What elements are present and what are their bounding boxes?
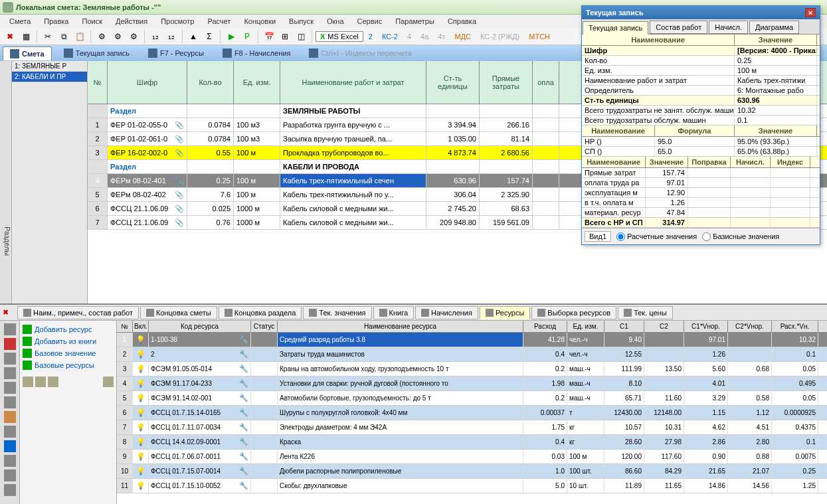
- bottom-tab[interactable]: Тек. значения: [303, 306, 371, 319]
- nav-item[interactable]: 1: ЗЕМЛЯНЫЕ Р: [12, 61, 87, 72]
- bottom-tab[interactable]: Тек. цены: [618, 306, 672, 319]
- tab-f7[interactable]: F7 - Ресурсы: [141, 46, 211, 60]
- resource-row[interactable]: 1💡1-100-38🔧Средний разряд работы 3.841.2…: [117, 333, 827, 347]
- menu-Выпуск[interactable]: Выпуск: [284, 16, 319, 27]
- tab-sheet[interactable]: Смета: [3, 46, 52, 60]
- prop-row[interactable]: Шифр[Версия: 4000 - Приказ № 1039. ФЕРм …: [582, 46, 820, 56]
- bottom-tab[interactable]: Концовка сметы: [140, 306, 217, 319]
- prop-row[interactable]: Всего трудозатраты обслуж. машин0.1: [582, 116, 820, 126]
- side-icon-12[interactable]: [4, 484, 16, 496]
- delete-icon[interactable]: ✖: [3, 29, 17, 44]
- menu-Сервис[interactable]: Сервис: [352, 16, 388, 27]
- grid-header-cell[interactable]: Кол-во: [187, 61, 234, 104]
- resource-row[interactable]: 2💡2🔧Затраты труда машинистов0.4чел.-ч12.…: [117, 347, 827, 362]
- res-header-cell[interactable]: С1*Vнор.: [684, 321, 728, 332]
- side-icon-1[interactable]: [4, 323, 16, 335]
- mini-icon[interactable]: [103, 377, 114, 387]
- res-header-cell[interactable]: Вкл.: [133, 321, 149, 332]
- grid-header-cell[interactable]: №: [88, 61, 108, 104]
- prop-row[interactable]: Наименование работ и затратКабель трех-п…: [582, 76, 820, 86]
- form-icon[interactable]: ▦: [19, 29, 33, 44]
- num1-icon[interactable]: ₁₂: [148, 29, 163, 44]
- side-icon-8[interactable]: [4, 426, 16, 438]
- grid-header-cell[interactable]: Прямые затраты: [480, 61, 533, 104]
- run-icon[interactable]: ▶: [224, 29, 238, 44]
- side-icon-5[interactable]: [4, 382, 16, 394]
- resource-row[interactable]: 5💡ФСЭМ 91.14.02-001🔧Автомобили бортовые,…: [117, 391, 827, 406]
- mini-icon[interactable]: [48, 377, 58, 387]
- panel-tab[interactable]: Диаграмма: [749, 21, 799, 34]
- resource-row[interactable]: 9💡ФССЦ 01.7.06.07-0011🔧Лента К2260.03100…: [117, 450, 827, 464]
- menu-Поиск[interactable]: Поиск: [76, 16, 107, 27]
- menu-Действия[interactable]: Действия: [110, 16, 153, 27]
- bottom-tab[interactable]: Начисления: [415, 306, 478, 319]
- tool3-icon[interactable]: ⚙: [126, 29, 141, 44]
- action-link[interactable]: Базовое значение: [23, 347, 114, 359]
- tab-f8[interactable]: F8 - Начисления: [216, 46, 298, 60]
- detail-row[interactable]: оплата труда ра97.01: [582, 178, 820, 188]
- prop-row[interactable]: Кол-во0.25: [582, 56, 820, 66]
- res-header-cell[interactable]: Расход: [523, 321, 567, 332]
- grid-header-cell[interactable]: Ст-ть единицы: [426, 61, 480, 104]
- export-2[interactable]: 2: [365, 31, 377, 42]
- resource-row[interactable]: 10💡ФССЦ 01.7.15.07-0014🔧Дюбели распорные…: [117, 464, 827, 479]
- menu-Концовки[interactable]: Концовки: [238, 16, 281, 27]
- resource-row[interactable]: 4💡ФСЭМ 91.17.04-233🔧Установки для сварки…: [117, 377, 827, 391]
- bottom-tab[interactable]: Книга: [373, 306, 414, 319]
- tool1-icon[interactable]: ⚙: [94, 29, 109, 44]
- prop-row[interactable]: Определитель6: Монтажные рабо: [582, 86, 820, 96]
- grid-header-cell[interactable]: опла: [533, 61, 559, 104]
- p-icon[interactable]: P: [240, 29, 254, 44]
- prop-row[interactable]: Всего трудозатраты не занят. обслуж. маш…: [582, 106, 820, 116]
- resource-row[interactable]: 11💡ФССЦ 01.7.15.10-0052🔧Скобы: двухлапко…: [117, 479, 827, 493]
- export-kc2[interactable]: КС-2: [378, 31, 402, 42]
- menu-Параметры[interactable]: Параметры: [390, 16, 440, 27]
- paste-icon[interactable]: 📋: [72, 29, 87, 44]
- calc2-icon[interactable]: Σ: [202, 29, 217, 44]
- detail-row[interactable]: эксплуатация м12.90: [582, 188, 820, 198]
- action-link[interactable]: Добавить из книги: [23, 335, 114, 347]
- num2-icon[interactable]: ₁₂: [164, 29, 179, 44]
- res-header-cell[interactable]: №: [117, 321, 133, 332]
- resource-row[interactable]: 8💡ФССЦ 14.4.02.09-0001🔧Краска0.4кг28.602…: [117, 435, 827, 450]
- res-header-cell[interactable]: С1: [604, 321, 644, 332]
- res-header-cell[interactable]: Ед. изм.: [567, 321, 604, 332]
- menu-Расчет[interactable]: Расчет: [202, 16, 236, 27]
- detail-row[interactable]: в т.ч. оплата м1.26: [582, 198, 820, 208]
- bottom-tab[interactable]: Ресурсы: [480, 306, 530, 319]
- menu-Смета[interactable]: Смета: [4, 16, 36, 27]
- side-icon-7[interactable]: [4, 411, 16, 423]
- base-values-radio[interactable]: Базисные значения: [702, 232, 779, 241]
- prop-row[interactable]: Ед. изм.100 м: [582, 66, 820, 76]
- grid-header-cell[interactable]: Ед. изм.: [234, 61, 280, 104]
- side-icon-2[interactable]: [4, 338, 16, 350]
- side-icon-4[interactable]: [4, 367, 16, 379]
- nav-item[interactable]: 2: КАБЕЛИ И ПР: [12, 72, 87, 82]
- view-label[interactable]: Вид1: [585, 231, 611, 242]
- panel-tab[interactable]: Состав работ: [650, 21, 707, 34]
- detail-row[interactable]: материал. ресур47.84: [582, 208, 820, 218]
- panel-tab[interactable]: Текущая запись: [583, 21, 648, 35]
- res-header-cell[interactable]: Наименование ресурса: [278, 321, 523, 332]
- calc-values-radio[interactable]: Расчетные значения: [616, 232, 697, 241]
- chart-icon[interactable]: ◫: [294, 29, 308, 44]
- grid-header-cell[interactable]: Шифр: [108, 61, 187, 104]
- menu-Справка[interactable]: Справка: [442, 16, 482, 27]
- date-icon[interactable]: 📅: [262, 29, 276, 44]
- prop-row[interactable]: Ст-ть единицы630.96: [582, 96, 820, 106]
- side-icon-9[interactable]: [4, 440, 16, 452]
- close-bottom-icon[interactable]: ✖: [3, 308, 16, 317]
- menu-Окна[interactable]: Окна: [322, 16, 349, 27]
- action-link[interactable]: Добавить ресурс: [23, 323, 114, 335]
- res-header-cell[interactable]: С2: [644, 321, 684, 332]
- resource-row[interactable]: 7💡ФССЦ 01.7.11.07-0034🔧Электроды диаметр…: [117, 420, 827, 435]
- cut-icon[interactable]: ✂: [41, 29, 55, 44]
- res-header-cell[interactable]: Статус: [251, 321, 278, 332]
- side-icon-10[interactable]: [4, 455, 16, 467]
- res-header-cell[interactable]: Код ресурса: [149, 321, 251, 332]
- export-mtsn[interactable]: МТСН: [525, 31, 554, 42]
- calc1-icon[interactable]: ▲: [186, 29, 201, 44]
- mini-icon[interactable]: [35, 377, 46, 387]
- res-header-cell[interactable]: Расх.*Vн.: [772, 321, 818, 332]
- side-icon-3[interactable]: [4, 353, 16, 365]
